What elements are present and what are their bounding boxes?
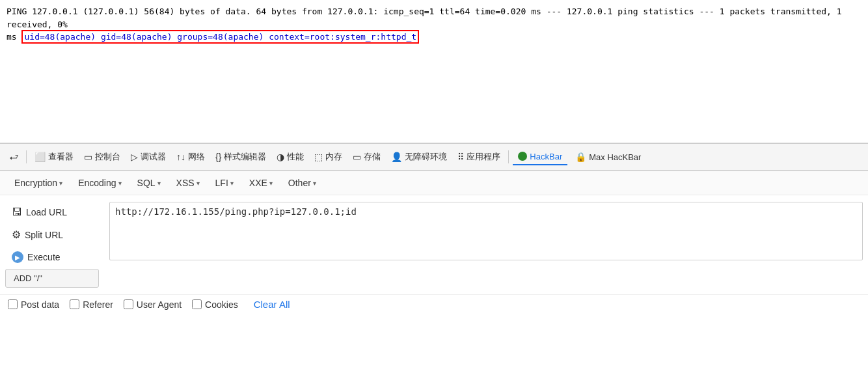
separator-1 (26, 150, 27, 163)
console-icon: ▭ (84, 152, 92, 162)
hackbar-main-content: 🖫 Load URL ⚙ Split URL ▶ Execute ADD "/" (0, 195, 868, 294)
network-icon: ↑↓ (176, 152, 185, 162)
menu-sql[interactable]: SQL ▾ (131, 175, 167, 191)
storage-icon: ▭ (353, 152, 361, 162)
devtools-performance[interactable]: ◑ 性能 (273, 148, 308, 165)
xxe-arrow-icon: ▾ (269, 180, 273, 187)
encoding-label: Encoding (78, 178, 116, 188)
referer-checkbox-item[interactable]: Referer (70, 299, 113, 310)
menu-xxe[interactable]: XXE ▾ (243, 175, 279, 191)
lock-icon: 🔒 (575, 152, 586, 162)
style-editor-label: 样式编辑器 (224, 151, 266, 163)
menu-xss[interactable]: XSS ▾ (170, 175, 206, 191)
hackbar-panel: Encryption ▾ Encoding ▾ SQL ▾ XSS ▾ LFI … (0, 171, 868, 314)
load-url-icon: 🖫 (12, 206, 22, 218)
menu-encryption[interactable]: Encryption ▾ (8, 175, 69, 191)
hackbar-circle-icon (518, 152, 527, 161)
encryption-arrow-icon: ▾ (59, 180, 62, 187)
devtools-memory[interactable]: ⬚ 内存 (310, 148, 346, 165)
split-url-label: Split URL (25, 230, 63, 240)
referer-label: Referer (83, 299, 113, 310)
devtools-accessibility[interactable]: 👤 无障碍环境 (387, 148, 451, 165)
cookies-checkbox[interactable] (192, 299, 202, 309)
devtools-network[interactable]: ↑↓ 网络 (172, 148, 209, 165)
split-url-button[interactable]: ⚙ Split URL (5, 224, 99, 245)
network-label: 网络 (188, 151, 205, 163)
menu-encoding[interactable]: Encoding ▾ (72, 175, 128, 191)
devtools-console[interactable]: ▭ 控制台 (80, 148, 124, 165)
user-agent-checkbox[interactable] (124, 299, 133, 309)
sql-arrow-icon: ▾ (157, 180, 161, 187)
console-label: 控制台 (95, 151, 120, 163)
sql-label: SQL (137, 178, 156, 188)
accessibility-label: 无障碍环境 (405, 151, 447, 163)
execute-button[interactable]: ▶ Execute (5, 247, 99, 268)
inspector-icon: ⬜ (34, 152, 46, 162)
devtools-storage[interactable]: ▭ 存储 (349, 148, 385, 165)
inspector-label: 查看器 (48, 151, 74, 163)
execute-play-icon: ▶ (12, 251, 23, 263)
apps-label: 应用程序 (467, 151, 500, 163)
cookies-label: Cookies (205, 299, 238, 310)
devtools-style-editor[interactable]: {} 样式编辑器 (211, 148, 270, 165)
load-url-label: Load URL (26, 207, 67, 217)
memory-label: 内存 (325, 151, 342, 163)
performance-icon: ◑ (277, 152, 284, 162)
user-agent-label: User Agent (137, 299, 182, 310)
devtools-debugger[interactable]: ▷ 调试器 (127, 148, 170, 165)
ping-line1: PING 127.0.0.1 (127.0.0.1) 56(84) bytes … (7, 5, 861, 44)
devtools-apps[interactable]: ⠿ 应用程序 (454, 148, 504, 165)
post-data-checkbox[interactable] (8, 299, 18, 309)
other-label: Other (288, 178, 311, 188)
accessibility-icon: 👤 (391, 152, 402, 162)
post-data-label: Post data (21, 299, 59, 310)
hackbar-menubar: Encryption ▾ Encoding ▾ SQL ▾ XSS ▾ LFI … (0, 171, 868, 195)
lfi-label: LFI (215, 178, 228, 188)
devtools-inspector[interactable]: ⬜ 查看器 (31, 148, 77, 165)
debugger-label: 调试器 (141, 151, 166, 163)
maxhackbar-label: Max HacKBar (589, 152, 641, 162)
add-slash-label: ADD "/" (14, 273, 42, 283)
hackbar-bottom-bar: Post data Referer User Agent Cookies Cle… (0, 294, 868, 314)
post-data-checkbox-item[interactable]: Post data (8, 299, 59, 310)
encryption-label: Encryption (14, 178, 57, 188)
hackbar-label: HackBar (530, 152, 562, 161)
menu-lfi[interactable]: LFI ▾ (209, 175, 240, 191)
xss-label: XSS (176, 178, 195, 188)
ping-text-prefix: ms (7, 32, 17, 42)
storage-label: 存储 (364, 151, 381, 163)
separator-2 (508, 150, 509, 163)
debugger-icon: ▷ (131, 152, 138, 162)
execute-label: Execute (27, 252, 61, 262)
other-arrow-icon: ▾ (313, 180, 316, 187)
devtools-toolbar: ⮐ ⬜ 查看器 ▭ 控制台 ▷ 调试器 ↑↓ 网络 {} 样式编辑器 ◑ 性能 … (0, 143, 868, 171)
encoding-arrow-icon: ▾ (118, 180, 122, 187)
devtools-hackbar[interactable]: HackBar (513, 149, 567, 165)
url-input[interactable] (109, 202, 863, 260)
content-area: PING 127.0.0.1 (127.0.0.1) 56(84) bytes … (0, 0, 868, 143)
cursor-icon: ⮐ (9, 152, 18, 162)
lfi-arrow-icon: ▾ (230, 180, 234, 187)
split-url-icon: ⚙ (12, 228, 21, 241)
devtools-cursor[interactable]: ⮐ (5, 149, 22, 165)
xss-arrow-icon: ▾ (197, 180, 200, 187)
hackbar-url-area (104, 199, 868, 290)
cookies-checkbox-item[interactable]: Cookies (192, 299, 238, 310)
highlighted-uid-text: uid=48(apache) gid=48(apache) groups=48(… (21, 30, 419, 44)
user-agent-checkbox-item[interactable]: User Agent (124, 299, 182, 310)
ping-text-1: PING 127.0.0.1 (127.0.0.1) 56(84) bytes … (7, 7, 842, 29)
add-slash-button[interactable]: ADD "/" (5, 269, 99, 288)
style-editor-icon: {} (215, 152, 221, 162)
xxe-label: XXE (249, 178, 267, 188)
hackbar-sidebar: 🖫 Load URL ⚙ Split URL ▶ Execute ADD "/" (0, 199, 104, 290)
referer-checkbox[interactable] (70, 299, 79, 309)
memory-icon: ⬚ (314, 152, 323, 162)
apps-icon: ⠿ (457, 152, 464, 162)
performance-label: 性能 (287, 151, 304, 163)
devtools-maxhackbar[interactable]: 🔒 Max HacKBar (570, 149, 646, 165)
menu-other[interactable]: Other ▾ (282, 175, 323, 191)
clear-all-button[interactable]: Clear All (254, 299, 290, 310)
load-url-button[interactable]: 🖫 Load URL (5, 202, 99, 223)
